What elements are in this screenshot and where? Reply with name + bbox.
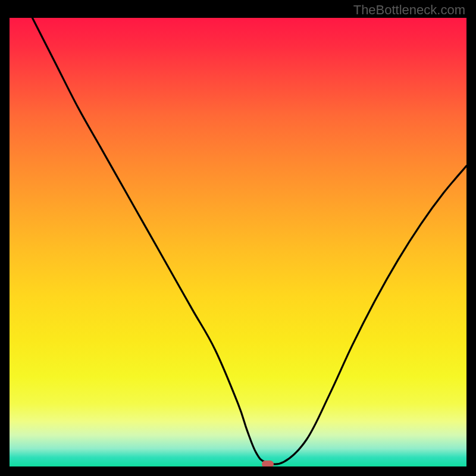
chart-plot-area xyxy=(10,18,466,466)
watermark-text: TheBottleneck.com xyxy=(353,2,465,18)
curve-svg xyxy=(10,18,466,466)
optimal-point-marker xyxy=(262,461,274,466)
bottleneck-curve xyxy=(32,18,466,464)
